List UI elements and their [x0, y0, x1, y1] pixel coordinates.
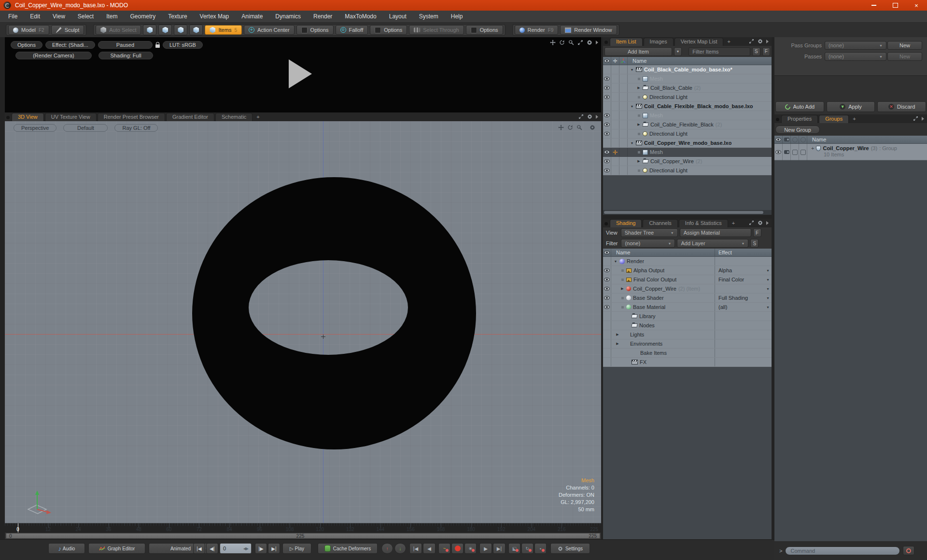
menu-item[interactable]: Vertex Map: [194, 11, 236, 23]
expander-icon[interactable]: [619, 297, 625, 299]
expander-icon[interactable]: +: [811, 145, 814, 151]
cache-deformers-button[interactable]: Cache Deformers: [318, 543, 378, 554]
pose-key-button[interactable]: ✳: [464, 543, 477, 554]
pull-time-button[interactable]: ↓: [394, 543, 406, 554]
tab[interactable]: +: [253, 113, 262, 121]
menu-item[interactable]: File: [2, 11, 24, 23]
lock-icon[interactable]: [155, 44, 160, 48]
passes-dropdown[interactable]: (none)▼: [825, 52, 886, 61]
next-key2-button[interactable]: ▶|: [493, 543, 506, 554]
prev-frame-button[interactable]: ◀|: [206, 543, 218, 554]
expander-icon[interactable]: [636, 151, 642, 154]
link-key-button[interactable]: ▪: [534, 543, 547, 554]
visibility-eye-icon[interactable]: [604, 150, 610, 154]
items-mode-button[interactable]: Items5: [205, 25, 241, 35]
menu-item[interactable]: System: [413, 11, 445, 23]
visibility-eye-icon[interactable]: [604, 305, 610, 309]
expander-icon[interactable]: [615, 333, 620, 336]
tab[interactable]: Groups: [819, 115, 849, 123]
rotate-icon[interactable]: [559, 40, 565, 45]
play-button[interactable]: ▷ Play: [282, 543, 311, 554]
tab[interactable]: +: [850, 115, 858, 123]
preview-effect-button[interactable]: Effect: (Shadi...: [45, 41, 95, 49]
shader-row[interactable]: Bake Items ▼: [603, 349, 772, 358]
expander-icon[interactable]: [619, 287, 625, 291]
expander-icon[interactable]: [636, 86, 642, 90]
visibility-eye-icon[interactable]: [604, 86, 610, 90]
visibility-eye-icon[interactable]: [604, 278, 610, 281]
expander-icon[interactable]: [629, 105, 635, 108]
menu-item[interactable]: Layout: [383, 11, 413, 23]
panel-menu-icon[interactable]: [604, 222, 608, 225]
pan-icon[interactable]: [558, 125, 564, 130]
gear-icon[interactable]: [587, 114, 592, 119]
shader-row[interactable]: Coil_Copper_Wire (2) (Item) ▼: [603, 284, 772, 294]
tab[interactable]: Info & Statistics: [679, 219, 728, 227]
panel-menu-icon[interactable]: [604, 41, 608, 44]
visibility-eye-icon[interactable]: [604, 296, 610, 300]
visibility-eye-icon[interactable]: [604, 159, 610, 163]
menu-item[interactable]: Edit: [24, 11, 46, 23]
render-button[interactable]: RenderF9: [515, 25, 559, 35]
visibility-eye-icon[interactable]: [604, 268, 610, 272]
tab[interactable]: Render Preset Browser: [98, 113, 165, 121]
expander-icon[interactable]: [636, 133, 642, 135]
item-row[interactable]: ✛ Coil_Copper_Wire (2): [603, 157, 772, 166]
shader-row[interactable]: Lights ▼: [603, 330, 772, 339]
effect-dropdown-icon[interactable]: ▼: [766, 306, 770, 309]
panel-arrow-icon[interactable]: [766, 40, 769, 43]
expand-icon[interactable]: [578, 114, 584, 119]
auto-add-button[interactable]: Auto Add: [775, 101, 824, 112]
item-row[interactable]: ✛ Directional Light: [603, 166, 772, 175]
visibility-eye-icon[interactable]: [604, 168, 610, 172]
animate-channel-button[interactable]: ~: [438, 543, 450, 554]
menu-item[interactable]: MaxToModo: [338, 11, 382, 23]
loop-button[interactable]: ↻: [521, 543, 534, 554]
filter-dropdown[interactable]: (none)▼: [621, 239, 675, 248]
view-dropdown[interactable]: Shader Tree▼: [621, 228, 678, 237]
horizontal-scrollbar[interactable]: [603, 210, 772, 215]
item-row[interactable]: ✛ Coil_Copper_Wire_modo_base.lxo: [603, 139, 772, 148]
menu-item[interactable]: Render: [307, 11, 338, 23]
shader-row[interactable]: Library ▼: [603, 312, 772, 321]
render-flag-icon[interactable]: ✛: [613, 149, 618, 155]
tab[interactable]: UV Texture View: [45, 113, 97, 121]
effect-dropdown-icon[interactable]: ▼: [766, 296, 770, 300]
expander-icon[interactable]: [636, 96, 642, 98]
visibility-eye-icon[interactable]: [604, 77, 610, 81]
pan-icon[interactable]: [550, 40, 556, 45]
menu-item[interactable]: Geometry: [124, 11, 162, 23]
panel-arrow-icon[interactable]: [596, 41, 598, 44]
visibility-eye-icon[interactable]: [604, 95, 610, 99]
next-key-button[interactable]: ▶: [479, 543, 492, 554]
menu-item[interactable]: Animate: [235, 11, 269, 23]
maximize-button[interactable]: [885, 0, 906, 11]
effect-dropdown-icon[interactable]: ▼: [766, 269, 770, 272]
assign-material-button[interactable]: Assign Material: [680, 228, 751, 237]
shader-row[interactable]: Alpha Output Alpha ▼: [603, 266, 772, 275]
shader-row[interactable]: Environments ▼: [603, 339, 772, 349]
effect-dropdown-icon[interactable]: ▼: [766, 287, 770, 291]
next-frame-button[interactable]: |▶: [255, 543, 267, 554]
expander-icon[interactable]: [615, 342, 620, 346]
filter-button[interactable]: F: [762, 47, 770, 56]
panel-arrow-icon[interactable]: [922, 117, 924, 121]
preview-lut-button[interactable]: LUT: sRGB: [163, 41, 203, 49]
name-column-header[interactable]: Name: [611, 249, 715, 256]
filter-button[interactable]: F: [753, 228, 761, 237]
expander-icon[interactable]: [619, 279, 625, 281]
select-through-options-button[interactable]: Options: [466, 25, 503, 35]
model-button[interactable]: ModelF2: [8, 25, 49, 35]
tab[interactable]: +: [729, 220, 738, 227]
select-through-button[interactable]: Select Through: [409, 25, 464, 35]
tab[interactable]: 3D View: [12, 113, 44, 121]
frame-stepper-icon[interactable]: ◀▶: [243, 546, 248, 551]
tab[interactable]: Images: [644, 38, 674, 46]
item-row[interactable]: ✛ Directional Light: [603, 129, 772, 139]
expand-icon[interactable]: [749, 39, 754, 44]
checkbox[interactable]: [792, 150, 798, 155]
playhead[interactable]: [18, 523, 18, 533]
action-center-button[interactable]: +Action Center: [244, 25, 295, 35]
item-row[interactable]: ✛ Coil_Black_Cable_modo_base.lxo*: [603, 65, 772, 74]
expand-icon[interactable]: [749, 220, 754, 225]
